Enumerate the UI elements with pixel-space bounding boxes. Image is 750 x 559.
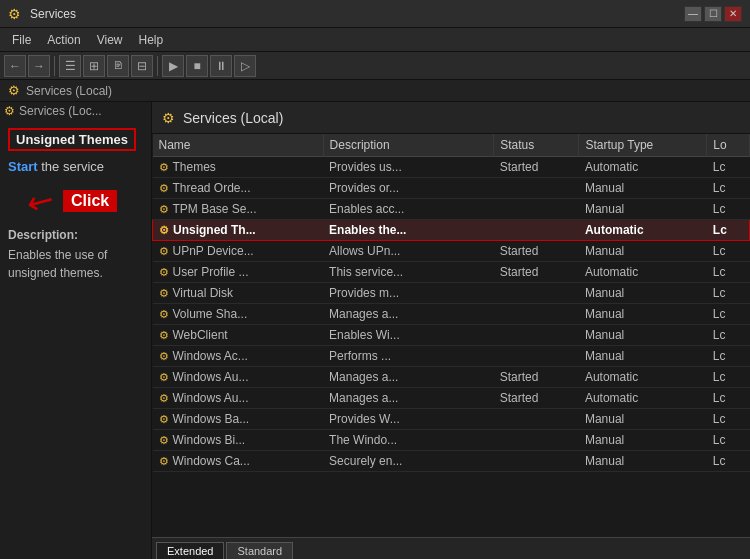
table-header: Name Description Status Startup Type Lo — [153, 134, 750, 157]
table-row[interactable]: ⚙Windows Ba...Provides W...ManualLc — [153, 409, 750, 430]
cell-name: ⚙WebClient — [153, 325, 324, 346]
address-bar: ⚙ Services (Local) — [0, 80, 750, 102]
table-row[interactable]: ⚙Virtual DiskProvides m...ManualLc — [153, 283, 750, 304]
cell-status — [494, 199, 579, 220]
start-line: Start the service — [8, 159, 143, 174]
cell-startup: Manual — [579, 304, 707, 325]
cell-name: ⚙Windows Ac... — [153, 346, 324, 367]
window-controls: — ☐ ✕ — [684, 6, 742, 22]
restart-button[interactable]: ▷ — [234, 55, 256, 77]
start-rest: the service — [38, 159, 104, 174]
maximize-button[interactable]: ☐ — [704, 6, 722, 22]
show-menu-button[interactable]: ☰ — [59, 55, 81, 77]
window-title: Services — [30, 7, 684, 21]
cell-lo: Lc — [707, 388, 750, 409]
description-block: Description: Enables the use of unsigned… — [8, 226, 143, 282]
cell-lo: Lc — [707, 346, 750, 367]
services-table: Name Description Status Startup Type Lo … — [152, 134, 750, 472]
cell-description: Manages a... — [323, 388, 494, 409]
cell-name: ⚙Windows Au... — [153, 388, 324, 409]
stop-button[interactable]: ■ — [186, 55, 208, 77]
content-header: ⚙ Services (Local) — [152, 102, 750, 134]
row-gear-icon: ⚙ — [159, 329, 169, 342]
left-panel: ⚙ Services (Loc... Unsigned Themes Start… — [0, 102, 152, 559]
row-gear-icon: ⚙ — [159, 413, 169, 426]
toolbar-separator-1 — [54, 56, 55, 76]
properties-button[interactable]: ⊞ — [83, 55, 105, 77]
minimize-button[interactable]: — — [684, 6, 702, 22]
menu-help[interactable]: Help — [131, 31, 172, 49]
cell-lo: Lc — [707, 241, 750, 262]
services-table-wrapper[interactable]: Name Description Status Startup Type Lo … — [152, 134, 750, 537]
cell-status: Started — [494, 388, 579, 409]
table-row[interactable]: ⚙Thread Orde...Provides or...ManualLc — [153, 178, 750, 199]
new-button[interactable]: 🖹 — [107, 55, 129, 77]
row-gear-icon: ⚙ — [159, 350, 169, 363]
cell-startup: Manual — [579, 325, 707, 346]
cell-name: ⚙User Profile ... — [153, 262, 324, 283]
click-label: Click — [63, 190, 117, 212]
cell-lo: Lc — [707, 325, 750, 346]
row-gear-icon: ⚙ — [159, 308, 169, 321]
menu-view[interactable]: View — [89, 31, 131, 49]
cell-status — [494, 304, 579, 325]
delete-button[interactable]: ⊟ — [131, 55, 153, 77]
cell-description: Allows UPn... — [323, 241, 494, 262]
tab-extended[interactable]: Extended — [156, 542, 224, 559]
cell-lo: Lc — [707, 304, 750, 325]
cell-name: ⚙Windows Au... — [153, 367, 324, 388]
cell-lo: Lc — [707, 178, 750, 199]
table-row[interactable]: ⚙Windows Ac...Performs ...ManualLc — [153, 346, 750, 367]
cell-status — [494, 283, 579, 304]
cell-name: ⚙TPM Base Se... — [153, 199, 324, 220]
cell-status — [494, 178, 579, 199]
cell-lo: Lc — [707, 157, 750, 178]
tab-standard[interactable]: Standard — [226, 542, 293, 559]
table-row[interactable]: ⚙Windows Au...Manages a...StartedAutomat… — [153, 367, 750, 388]
col-description[interactable]: Description — [323, 134, 494, 157]
cell-description: Performs ... — [323, 346, 494, 367]
row-gear-icon: ⚙ — [159, 434, 169, 447]
cell-description: Securely en... — [323, 451, 494, 472]
table-row[interactable]: ⚙WebClientEnables Wi...ManualLc — [153, 325, 750, 346]
table-row[interactable]: ⚙User Profile ...This service...StartedA… — [153, 262, 750, 283]
cell-name: ⚙UPnP Device... — [153, 241, 324, 262]
back-button[interactable]: ← — [4, 55, 26, 77]
close-button[interactable]: ✕ — [724, 6, 742, 22]
address-text: Services (Local) — [26, 84, 112, 98]
cell-status: Started — [494, 241, 579, 262]
table-row[interactable]: ⚙Windows Bi...The Windo...ManualLc — [153, 430, 750, 451]
cell-status — [494, 220, 579, 241]
col-startup[interactable]: Startup Type — [579, 134, 707, 157]
table-row[interactable]: ⚙Unsigned Th...Enables the...AutomaticLc — [153, 220, 750, 241]
cell-startup: Automatic — [579, 262, 707, 283]
title-bar: ⚙ Services — ☐ ✕ — [0, 0, 750, 28]
play-button[interactable]: ▶ — [162, 55, 184, 77]
table-row[interactable]: ⚙UPnP Device...Allows UPn...StartedManua… — [153, 241, 750, 262]
tree-gear-icon: ⚙ — [4, 104, 15, 118]
col-name[interactable]: Name — [153, 134, 324, 157]
cell-startup: Manual — [579, 283, 707, 304]
cell-status: Started — [494, 262, 579, 283]
table-row[interactable]: ⚙ThemesProvides us...StartedAutomaticLc — [153, 157, 750, 178]
sidebar-tree-item[interactable]: ⚙ Services (Loc... — [0, 102, 151, 120]
row-gear-icon: ⚙ — [159, 245, 169, 258]
table-row[interactable]: ⚙Volume Sha...Manages a...ManualLc — [153, 304, 750, 325]
cell-name: ⚙Thread Orde... — [153, 178, 324, 199]
table-row[interactable]: ⚙Windows Au...Manages a...StartedAutomat… — [153, 388, 750, 409]
cell-lo: Lc — [707, 451, 750, 472]
cell-lo: Lc — [707, 199, 750, 220]
forward-button[interactable]: → — [28, 55, 50, 77]
toolbar-separator-2 — [157, 56, 158, 76]
menu-file[interactable]: File — [4, 31, 39, 49]
table-row[interactable]: ⚙Windows Ca...Securely en...ManualLc — [153, 451, 750, 472]
table-row[interactable]: ⚙TPM Base Se...Enables acc...ManualLc — [153, 199, 750, 220]
col-lo[interactable]: Lo — [707, 134, 750, 157]
arrow-icon: ↙ — [20, 178, 62, 224]
cell-startup: Automatic — [579, 367, 707, 388]
pause-button[interactable]: ⏸ — [210, 55, 232, 77]
start-link[interactable]: Start — [8, 159, 38, 174]
menu-action[interactable]: Action — [39, 31, 88, 49]
col-status[interactable]: Status — [494, 134, 579, 157]
cell-status: Started — [494, 157, 579, 178]
